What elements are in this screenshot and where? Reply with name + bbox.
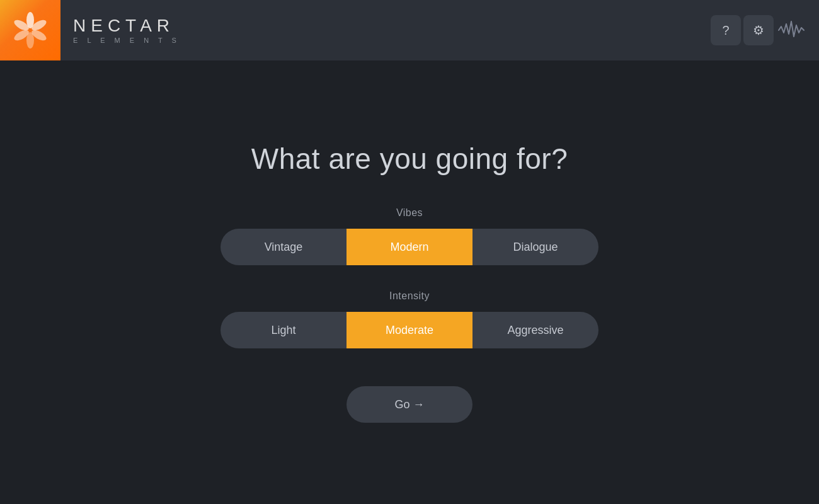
brand-area: NECTAR E L E M E N T S xyxy=(0,0,180,60)
main-content: What are you going for? Vibes Vintage Mo… xyxy=(0,60,819,504)
header-controls: ? ⚙ xyxy=(711,15,806,45)
gear-icon: ⚙ xyxy=(753,23,764,38)
vibes-label: Vibes xyxy=(396,207,423,219)
intensity-button-group: Light Moderate Aggressive xyxy=(220,312,598,348)
intensity-light-button[interactable]: Light xyxy=(220,312,346,348)
waveform-icon xyxy=(776,15,806,45)
logo-icon xyxy=(11,11,49,49)
help-button[interactable]: ? xyxy=(711,15,741,45)
brand-name: NECTAR xyxy=(73,16,180,36)
intensity-section: Intensity Light Moderate Aggressive xyxy=(220,290,598,348)
go-button[interactable]: Go → xyxy=(346,386,472,423)
settings-button[interactable]: ⚙ xyxy=(743,15,774,45)
intensity-moderate-button[interactable]: Moderate xyxy=(346,312,472,348)
logo-box xyxy=(0,0,60,60)
brand-subtitle: E L E M E N T S xyxy=(73,37,180,44)
vibes-modern-button[interactable]: Modern xyxy=(346,229,472,265)
vibes-button-group: Vintage Modern Dialogue xyxy=(220,229,598,265)
waveform-svg xyxy=(776,15,806,45)
intensity-label: Intensity xyxy=(389,290,430,302)
main-title: What are you going for? xyxy=(251,142,568,176)
vibes-section: Vibes Vintage Modern Dialogue xyxy=(220,207,598,265)
vibes-dialogue-button[interactable]: Dialogue xyxy=(472,229,598,265)
brand-text: NECTAR E L E M E N T S xyxy=(73,16,180,45)
question-icon: ? xyxy=(722,23,729,38)
app-header: NECTAR E L E M E N T S ? ⚙ xyxy=(0,0,819,60)
vibes-vintage-button[interactable]: Vintage xyxy=(220,229,346,265)
intensity-aggressive-button[interactable]: Aggressive xyxy=(472,312,598,348)
